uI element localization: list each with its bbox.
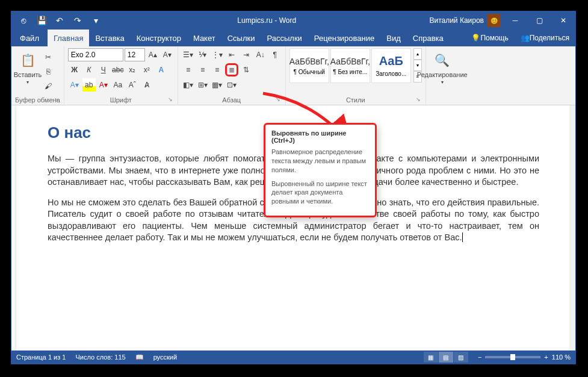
ribbon: 📋 Вставить ▾ ✂ ⎘ 🖌 Буфер обмена A▴ A▾ xyxy=(11,46,575,105)
sort-icon[interactable]: A↓ xyxy=(254,48,267,61)
zoom-control: − + 110 % xyxy=(478,354,571,361)
group-label-font: Шрифт xyxy=(68,95,174,105)
clipboard-icon: 📋 xyxy=(18,51,37,70)
view-read-icon[interactable]: ▦ xyxy=(424,352,438,363)
subscript-button[interactable]: x₂ xyxy=(126,63,139,76)
superscript-button[interactable]: x² xyxy=(140,63,153,76)
copy-icon[interactable]: ⎘ xyxy=(42,65,55,78)
proofing-icon[interactable]: 📖 xyxy=(135,354,144,361)
tab-tell-me[interactable]: 💡 Помощь xyxy=(465,30,514,46)
tab-home[interactable]: Главная xyxy=(48,30,89,46)
tab-help[interactable]: Справка xyxy=(407,30,450,46)
strike-button[interactable]: abc xyxy=(111,63,125,76)
tab-mailings[interactable]: Рассылки xyxy=(261,30,308,46)
show-marks-icon[interactable]: ¶ xyxy=(268,48,282,61)
group-label-styles: Стили xyxy=(289,95,422,105)
tab-insert[interactable]: Вставка xyxy=(89,30,130,46)
highlight-color-icon[interactable]: ▦▾ xyxy=(211,78,224,92)
tab-view[interactable]: Вид xyxy=(380,30,407,46)
tab-share[interactable]: 👥 Поделиться xyxy=(515,30,575,46)
close-button[interactable]: ✕ xyxy=(551,11,575,30)
font-name-select[interactable] xyxy=(68,48,123,61)
borders-icon[interactable]: ⊞▾ xyxy=(196,78,209,92)
highlight-icon[interactable]: ab xyxy=(82,78,96,92)
numbering-icon[interactable]: ⅟▾ xyxy=(196,48,209,61)
zoom-level[interactable]: 110 % xyxy=(552,354,571,361)
window-controls: ─ ▢ ✕ xyxy=(503,11,575,30)
view-print-icon[interactable]: ▤ xyxy=(439,352,453,363)
bold-button[interactable]: Ж xyxy=(68,63,81,76)
group-font: A▴ A▾ Ж К Ч abc x₂ x² A A▾ ab A▾ Aa xyxy=(64,46,178,105)
shading-icon[interactable]: ◧▾ xyxy=(182,78,195,92)
underline-button[interactable]: Ч xyxy=(97,63,110,76)
editing-dropdown[interactable]: 🔍 Редактирование ▾ xyxy=(430,48,455,85)
format-painter-icon[interactable]: 🖌 xyxy=(42,79,55,93)
font-color-icon-2[interactable]: A▾ xyxy=(68,78,81,92)
group-editing: 🔍 Редактирование ▾ . xyxy=(426,46,459,105)
clear-format-icon[interactable]: A̷ xyxy=(140,78,153,92)
status-words[interactable]: Число слов: 115 xyxy=(75,354,125,361)
grow-font-icon[interactable]: A▴ xyxy=(146,48,159,61)
style-normal[interactable]: АаБбВвГг, ¶ Обычный xyxy=(289,48,329,83)
group-clipboard: 📋 Вставить ▾ ✂ ⎘ 🖌 Буфер обмена xyxy=(11,46,64,105)
align-center-icon[interactable]: ≡ xyxy=(196,63,209,76)
scroll-up-icon[interactable]: ▴ xyxy=(413,48,422,60)
status-page[interactable]: Страница 1 из 1 xyxy=(16,354,66,361)
grow-font-icon-2[interactable]: Aˆ xyxy=(126,78,139,92)
style-heading1[interactable]: АаБ Заголово... xyxy=(371,48,411,83)
font-color-icon[interactable]: A▾ xyxy=(97,78,110,92)
maximize-button[interactable]: ▢ xyxy=(527,11,551,30)
tooltip-text-1: Равномерное распределение текста между л… xyxy=(271,148,369,175)
align-right-icon[interactable]: ≡ xyxy=(211,63,224,76)
bullets-icon[interactable]: ☰▾ xyxy=(182,48,195,61)
italic-button[interactable]: К xyxy=(82,63,96,76)
more-para-icon[interactable]: ⊡▾ xyxy=(225,78,238,92)
minimize-button[interactable]: ─ xyxy=(503,11,527,30)
undo-icon[interactable]: ↶ xyxy=(51,13,68,28)
group-label-paragraph: Абзац xyxy=(182,95,282,105)
quick-access-toolbar: ⎋ 💾 ↶ ↷ ▾ xyxy=(11,13,104,28)
decrease-indent-icon[interactable]: ⇤ xyxy=(225,48,238,61)
save-icon[interactable]: 💾 xyxy=(33,13,50,28)
increase-indent-icon[interactable]: ⇥ xyxy=(240,48,253,61)
avatar[interactable]: 😊 xyxy=(487,14,501,27)
find-icon: 🔍 xyxy=(433,51,452,70)
tab-review[interactable]: Рецензирование xyxy=(308,30,380,46)
group-label-clipboard: Буфер обмена xyxy=(15,95,60,105)
user-area[interactable]: Виталий Каиров 😊 xyxy=(429,14,503,27)
tooltip-title: Выровнять по ширине (Ctrl+J) xyxy=(271,129,369,144)
status-language[interactable]: русский xyxy=(153,354,177,361)
tab-design[interactable]: Конструктор xyxy=(131,30,187,46)
align-left-icon[interactable]: ≡ xyxy=(182,63,195,76)
zoom-slider[interactable] xyxy=(485,356,540,358)
ribbon-tabs: Файл Главная Вставка Конструктор Макет С… xyxy=(11,30,575,46)
group-paragraph: ☰▾ ⅟▾ ⋮▾ ⇤ ⇥ A↓ ¶ ≡ ≡ ≡ ≣ ⇅ ◧▾ ⊞▾ xyxy=(178,46,286,105)
view-web-icon[interactable]: ▨ xyxy=(454,352,468,363)
multilevel-icon[interactable]: ⋮▾ xyxy=(211,48,224,61)
zoom-out-button[interactable]: − xyxy=(478,354,481,361)
view-buttons: ▦ ▤ ▨ xyxy=(424,352,468,363)
titlebar: ⎋ 💾 ↶ ↷ ▾ Lumpics.ru - Word Виталий Каир… xyxy=(11,11,575,30)
statusbar: Страница 1 из 1 Число слов: 115 📖 русски… xyxy=(11,351,575,364)
justify-tooltip: Выровнять по ширине (Ctrl+J) Равномерное… xyxy=(264,123,377,217)
tooltip-text-2: Выровненный по ширине текст делает края … xyxy=(271,179,369,207)
text-effects-icon[interactable]: A xyxy=(155,63,168,76)
tab-references[interactable]: Ссылки xyxy=(221,30,261,46)
style-no-spacing[interactable]: АаБбВвГг, ¶ Без инте... xyxy=(330,48,370,83)
vertical-scrollbar[interactable] xyxy=(569,105,575,354)
zoom-in-button[interactable]: + xyxy=(544,354,548,361)
tab-file[interactable]: Файл xyxy=(11,30,48,46)
cut-icon[interactable]: ✂ xyxy=(42,51,55,64)
word-window: ⎋ 💾 ↶ ↷ ▾ Lumpics.ru - Word Виталий Каир… xyxy=(11,11,576,364)
font-size-select[interactable] xyxy=(125,48,145,61)
qat-dropdown-icon[interactable]: ▾ xyxy=(87,13,104,28)
scroll-down-icon[interactable]: ▾ xyxy=(413,60,422,71)
redo-icon[interactable]: ↷ xyxy=(69,13,86,28)
justify-button[interactable]: ≣ xyxy=(225,63,238,76)
change-case-icon[interactable]: Aa xyxy=(111,78,125,92)
autosave-icon[interactable]: ⎋ xyxy=(15,13,32,28)
shrink-font-icon[interactable]: A▾ xyxy=(161,48,174,61)
paste-button[interactable]: 📋 Вставить ▾ xyxy=(15,48,40,85)
line-spacing-icon[interactable]: ⇅ xyxy=(240,63,253,76)
tab-layout[interactable]: Макет xyxy=(187,30,221,46)
